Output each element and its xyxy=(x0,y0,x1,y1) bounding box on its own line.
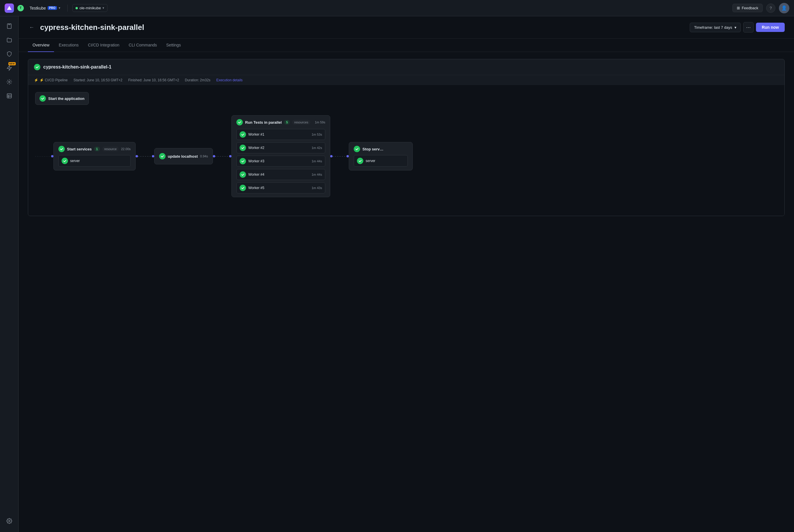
stop-services-node: Stop serv… server xyxy=(349,142,413,170)
start-app-label: Start the application xyxy=(48,96,84,101)
start-app-status-icon xyxy=(39,95,46,102)
execution-details-link[interactable]: Execution details xyxy=(216,78,243,82)
execution-title: cypress-kitchen-sink-parallel-1 xyxy=(43,64,112,70)
parallel-block: Run Tests in parallel 5 resources 1m 59s xyxy=(231,115,330,197)
environment-name: ole-minikube xyxy=(80,6,101,10)
update-localhost-status-icon xyxy=(159,153,166,159)
more-icon: ⋯ xyxy=(746,25,751,30)
env-chevron-icon: ▾ xyxy=(102,6,104,10)
parallel-badge-num: 5 xyxy=(284,120,290,125)
start-services-status-icon xyxy=(58,146,65,152)
tab-overview[interactable]: Overview xyxy=(28,39,54,52)
workspace-chevron-icon: ▾ xyxy=(59,6,60,10)
worker5-time: 1m 43s xyxy=(311,186,322,190)
update-localhost-header: update localhost 0.94s xyxy=(159,153,208,159)
worker1-time: 1m 53s xyxy=(311,133,322,136)
conn2-dot-right xyxy=(229,155,231,157)
workspace-name: Testkube xyxy=(30,6,46,11)
feedback-icon: ⊞ xyxy=(737,6,740,10)
pro-badge: PRO xyxy=(48,6,57,10)
feedback-button[interactable]: ⊞ Feedback xyxy=(733,4,763,12)
start-services-header: Start services 1 resource 22.00s xyxy=(58,146,131,152)
start-app-section: Start the application xyxy=(35,92,777,110)
logs-icon xyxy=(6,93,12,100)
start-services-badge-num: 1 xyxy=(94,147,100,151)
conn3-dot-left xyxy=(330,155,333,157)
page-header: ← cypress-kitchen-sink-parallel Timefram… xyxy=(19,16,794,39)
pipeline-wrapper: Start the application ········· xyxy=(35,92,777,197)
worker-row-5: Worker #5 1m 43s xyxy=(237,183,325,193)
help-button[interactable]: ? xyxy=(766,3,775,13)
tab-executions[interactable]: Executions xyxy=(54,39,83,52)
start-services-time: 22.00s xyxy=(121,147,131,151)
app-logo[interactable] xyxy=(5,3,14,13)
timeframe-chevron-icon: ▾ xyxy=(735,25,737,30)
worker4-time: 1m 44s xyxy=(311,173,322,176)
tab-cli[interactable]: CLI Commands xyxy=(124,39,162,52)
new-badge: NEW xyxy=(8,62,16,65)
back-button[interactable]: ← xyxy=(28,23,35,32)
parallel-status-icon xyxy=(237,119,243,126)
conn3-dot-right xyxy=(346,155,349,157)
update-localhost-time: 0.94s xyxy=(200,154,208,158)
start-services-sub-server: server xyxy=(58,155,131,167)
more-button[interactable]: ⋯ xyxy=(743,22,754,33)
tab-settings[interactable]: Settings xyxy=(162,39,186,52)
server-label: server xyxy=(70,159,128,163)
parallel-title: Run Tests in parallel xyxy=(245,120,282,125)
sidebar-item-executions[interactable] xyxy=(3,35,15,46)
workspace-avatar: T xyxy=(17,5,24,11)
worker5-name: Worker #5 xyxy=(248,186,309,190)
sidebar-item-logs[interactable] xyxy=(3,91,15,102)
stop-server-label: server xyxy=(366,159,404,163)
worker2-time: 1m 42s xyxy=(311,146,322,150)
parallel-badge-unit: resources xyxy=(292,120,310,125)
start-app-node: Start the application xyxy=(35,92,89,105)
worker2-name: Worker #2 xyxy=(248,146,309,150)
update-localhost-title: update localhost xyxy=(168,154,198,158)
worker5-status-icon xyxy=(240,185,246,191)
worker-row-1: Worker #1 1m 53s xyxy=(237,129,325,140)
sidebar-item-settings[interactable] xyxy=(3,516,15,527)
conn2-line xyxy=(215,156,229,156)
environment-button[interactable]: ole-minikube ▾ xyxy=(72,4,108,12)
sidebar-item-security[interactable] xyxy=(3,49,15,60)
shield-icon xyxy=(6,51,12,58)
env-status-dot xyxy=(76,7,78,9)
left-dots: ········· xyxy=(35,154,51,158)
svg-point-6 xyxy=(8,520,10,521)
conn1-dot-left xyxy=(136,155,138,157)
conn1-line xyxy=(138,156,152,156)
execution-card: cypress-kitchen-sink-parallel-1 ⚡ ⚡ CI/C… xyxy=(28,59,785,216)
conn3-line xyxy=(333,156,346,156)
user-avatar[interactable]: 👤 xyxy=(779,3,789,13)
parallel-header: Run Tests in parallel 5 resources 1m 59s xyxy=(237,119,325,126)
sidebar-item-test-suite[interactable] xyxy=(3,21,15,33)
sidebar-item-triggers[interactable] xyxy=(3,77,15,88)
server-status-icon xyxy=(61,158,68,164)
worker-row-3: Worker #3 1m 44s xyxy=(237,156,325,167)
stop-services-sub-server: server xyxy=(354,155,408,167)
svg-point-1 xyxy=(8,81,10,82)
clipboard-icon xyxy=(6,23,12,31)
status-icon-success xyxy=(34,64,40,70)
folder-icon xyxy=(6,37,12,44)
run-now-button[interactable]: Run now xyxy=(756,23,785,32)
connector-3 xyxy=(330,155,349,157)
tabs: Overview Executions CI/CD Integration CL… xyxy=(19,39,794,52)
connector-1 xyxy=(136,155,154,157)
topnav: T Testkube PRO ▾ ole-minikube ▾ ⊞ Feedba… xyxy=(0,0,794,16)
sidebar-item-workflows[interactable]: NEW xyxy=(3,63,15,74)
update-localhost-node: update localhost 0.94s xyxy=(154,148,213,164)
timeframe-button[interactable]: Timeframe: last 7 days ▾ xyxy=(690,23,741,32)
worker4-status-icon xyxy=(240,171,246,178)
conn2-dot-left xyxy=(213,155,215,157)
worker1-status-icon xyxy=(240,131,246,138)
header-actions: Timeframe: last 7 days ▾ ⋯ Run now xyxy=(690,22,785,33)
tab-cicd[interactable]: CI/CD Integration xyxy=(83,39,124,52)
svg-rect-2 xyxy=(7,94,11,98)
execution-meta: ⚡ ⚡ CI/CD Pipeline Started: June 10, 16:… xyxy=(28,75,784,85)
duration-label: Duration: 2m32s xyxy=(185,78,211,82)
worker-row-4: Worker #4 1m 44s xyxy=(237,169,325,180)
workspace-button[interactable]: Testkube PRO ▾ xyxy=(27,5,63,12)
